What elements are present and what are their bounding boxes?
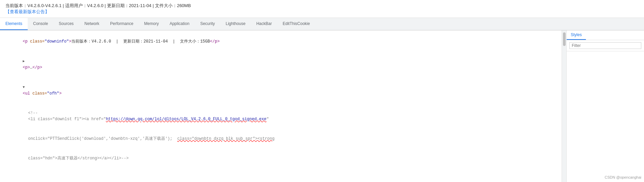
dom-comment-line1: <!-- <li class="downlst fl"><a href="htt… — [0, 103, 562, 129]
tag-p-open: <p — [23, 39, 27, 44]
sidebar-tab-styles[interactable]: Styles — [567, 30, 586, 40]
tab-application[interactable]: Application — [164, 18, 195, 30]
tab-performance[interactable]: Performance — [105, 18, 139, 30]
dom-line-ul-ofh: ▼ <ul class="ofh"> — [0, 77, 562, 103]
devtools-tab-bar: Elements Console Sources Network Perform… — [0, 18, 644, 30]
tab-security[interactable]: Security — [195, 18, 220, 30]
filter-bar — [567, 40, 644, 51]
dom-comment-line2: onclick="PTTSendClick('download','downbt… — [0, 129, 562, 149]
dom-line-p-downinfo: <p class="downinfo">当前版本：V4.2.6.0 | 更新日期… — [0, 32, 562, 51]
scrollbar[interactable] — [562, 30, 566, 182]
filter-input[interactable] — [569, 42, 641, 49]
tab-console[interactable]: Console — [28, 18, 53, 30]
collapse-triangle-ul[interactable]: ▼ — [23, 84, 26, 90]
scroll-thumb[interactable] — [563, 32, 566, 46]
tab-lighthouse[interactable]: Lighthouse — [220, 18, 251, 30]
main-area: <p class="downinfo">当前版本：V4.2.6.0 | 更新日期… — [0, 30, 644, 182]
csdn-watermark: CSDN @opencanghai — [605, 175, 641, 179]
expand-triangle-p[interactable]: ▶ — [23, 58, 26, 64]
top-banner: 当前版本：V4.2.6.0-V4.2.6.1 | 适用用户：V4.2.6.0 |… — [0, 0, 644, 18]
dom-comment-line3: class="hdn">高速下载器</strong></a></li>--> — [0, 149, 562, 168]
comment-underlined: class="downbtn dxzq blk sub_spr"><strong — [177, 136, 275, 141]
tab-memory[interactable]: Memory — [139, 18, 164, 30]
dom-inspector[interactable]: <p class="downinfo">当前版本：V4.2.6.0 | 更新日期… — [0, 30, 562, 182]
tab-network[interactable]: Network — [79, 18, 105, 30]
tab-elements[interactable]: Elements — [0, 18, 28, 30]
url-link[interactable]: https://down.qq.com/lol/dltoos/LOL_V4.2.… — [106, 117, 266, 122]
styles-sidebar: Styles — [566, 30, 644, 182]
banner-link[interactable]: 【查看最新版本公告】 — [5, 9, 49, 14]
banner-info: 当前版本：V4.2.6.0-V4.2.6.1 | 适用用户：V4.2.6.0 |… — [5, 3, 191, 8]
tab-hackbar[interactable]: HackBar — [251, 18, 277, 30]
tab-sources[interactable]: Sources — [53, 18, 79, 30]
tab-editthiscookie[interactable]: EditThisCookie — [277, 18, 315, 30]
sidebar-tabs: Styles — [567, 30, 644, 40]
dom-line-p-collapsed: ▶ <p>…</p> — [0, 51, 562, 77]
